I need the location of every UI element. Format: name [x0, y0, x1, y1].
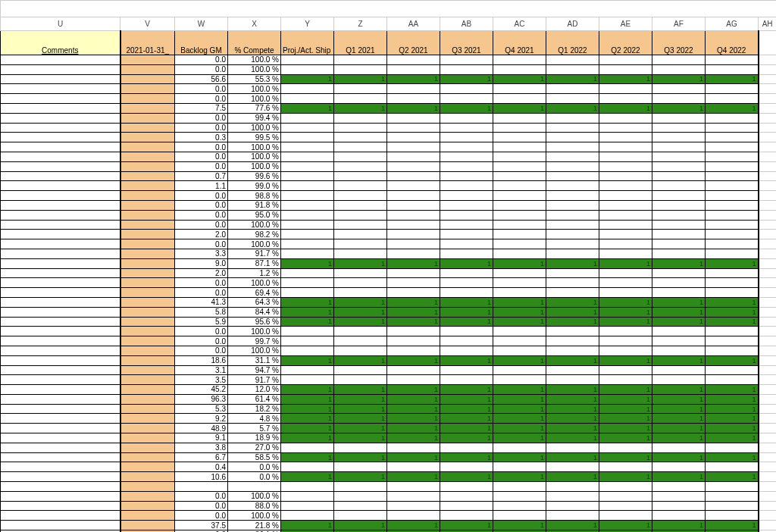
cell[interactable]: 1 — [599, 414, 652, 424]
cell[interactable] — [120, 249, 175, 258]
cell[interactable]: 1 — [599, 258, 652, 268]
cell[interactable]: 18.2 % — [228, 404, 281, 414]
cell[interactable] — [652, 230, 706, 239]
cell[interactable]: 1 — [599, 404, 652, 414]
cell[interactable] — [387, 239, 440, 249]
cell[interactable] — [759, 94, 777, 104]
cell[interactable] — [120, 365, 175, 375]
cell[interactable] — [759, 452, 777, 462]
cell[interactable]: 1 — [652, 414, 706, 424]
cell[interactable]: 1 — [652, 258, 706, 268]
cell[interactable] — [599, 64, 652, 74]
cell[interactable] — [546, 327, 599, 336]
cell[interactable] — [1, 501, 120, 511]
cell[interactable] — [759, 258, 777, 268]
header-q1-2021[interactable]: Q1 2021 — [334, 31, 387, 55]
cell[interactable] — [334, 191, 387, 201]
table-row[interactable]: 3.194.7 % — [1, 365, 777, 375]
cell[interactable]: 1 — [281, 307, 334, 317]
cell[interactable] — [599, 94, 652, 104]
cell[interactable] — [706, 64, 759, 74]
table-row[interactable]: 0.0100.0 % — [1, 142, 777, 152]
cell[interactable] — [493, 230, 546, 239]
cell[interactable]: 91.7 % — [228, 249, 281, 258]
cell[interactable] — [706, 346, 759, 355]
cell[interactable] — [334, 249, 387, 258]
cell[interactable] — [120, 94, 175, 104]
cell[interactable] — [120, 152, 175, 161]
cell[interactable] — [599, 336, 652, 346]
cell[interactable] — [120, 142, 175, 152]
cell[interactable] — [1, 385, 120, 395]
cell[interactable] — [759, 491, 777, 501]
cell[interactable]: 0.0 — [175, 327, 228, 336]
cell[interactable] — [440, 191, 493, 201]
cell[interactable]: 1 — [440, 452, 493, 462]
cell[interactable] — [706, 365, 759, 375]
cell[interactable]: 1 — [387, 385, 440, 395]
cell[interactable]: 1 — [706, 424, 759, 433]
cell[interactable]: 99.7 % — [228, 336, 281, 346]
cell[interactable]: 0.7 — [175, 171, 228, 181]
cell[interactable]: 1 — [387, 355, 440, 365]
cell[interactable] — [599, 511, 652, 521]
cell[interactable] — [759, 133, 777, 142]
cell[interactable]: 5.7 % — [228, 424, 281, 433]
cell[interactable] — [759, 501, 777, 511]
cell[interactable] — [281, 94, 334, 104]
cell[interactable]: 100.0 % — [228, 278, 281, 288]
cell[interactable] — [281, 249, 334, 258]
cell[interactable] — [759, 482, 777, 492]
cell[interactable] — [1, 424, 120, 433]
cell[interactable]: 1 — [546, 307, 599, 317]
cell[interactable]: 1 — [652, 472, 706, 482]
cell[interactable] — [387, 482, 440, 492]
cell[interactable] — [599, 462, 652, 472]
cell[interactable]: 100.0 % — [228, 239, 281, 249]
cell[interactable]: 1 — [546, 385, 599, 395]
cell[interactable]: 0.0 % — [228, 472, 281, 482]
cell[interactable] — [440, 84, 493, 94]
cell[interactable]: 1 — [334, 385, 387, 395]
cell[interactable] — [1, 346, 120, 355]
cell[interactable] — [1, 462, 120, 472]
cell[interactable]: 1 — [281, 385, 334, 395]
cell[interactable] — [759, 472, 777, 482]
grid[interactable]: U V W X Y Z AA AB AC AD AE AF AG AH Comm… — [0, 0, 776, 532]
header-date[interactable]: 2021-01-31_ — [120, 31, 175, 55]
cell[interactable] — [120, 123, 175, 133]
table-row[interactable]: 0.0100.0 % — [1, 278, 777, 288]
cell[interactable]: 1 — [599, 472, 652, 482]
cell[interactable]: 1 — [440, 404, 493, 414]
cell[interactable] — [546, 181, 599, 191]
cell[interactable] — [546, 64, 599, 74]
cell[interactable] — [706, 511, 759, 521]
cell[interactable]: 58.5 % — [228, 452, 281, 462]
cell[interactable] — [1, 414, 120, 424]
cell[interactable]: 0.0 — [175, 142, 228, 152]
cell[interactable] — [281, 152, 334, 161]
cell[interactable]: 1 — [334, 404, 387, 414]
cell[interactable] — [120, 74, 175, 84]
cell[interactable]: 1 — [706, 103, 759, 113]
cell[interactable] — [706, 327, 759, 336]
cell[interactable]: 1 — [440, 385, 493, 395]
cell[interactable] — [759, 220, 777, 230]
table-row[interactable]: 0.088.0 % — [1, 501, 777, 511]
cell[interactable] — [334, 171, 387, 181]
cell[interactable] — [440, 375, 493, 385]
cell[interactable] — [759, 443, 777, 452]
col-letter-W[interactable]: W — [175, 17, 228, 31]
cell[interactable]: 0.0 — [175, 152, 228, 161]
cell[interactable] — [120, 258, 175, 268]
cell[interactable] — [120, 317, 175, 327]
cell[interactable] — [493, 511, 546, 521]
cell[interactable] — [334, 278, 387, 288]
cell[interactable] — [387, 55, 440, 65]
cell[interactable] — [652, 191, 706, 201]
cell[interactable] — [759, 152, 777, 161]
cell[interactable]: 84.4 % — [228, 307, 281, 317]
cell[interactable]: 1 — [706, 317, 759, 327]
cell[interactable] — [493, 288, 546, 298]
cell[interactable] — [706, 94, 759, 104]
